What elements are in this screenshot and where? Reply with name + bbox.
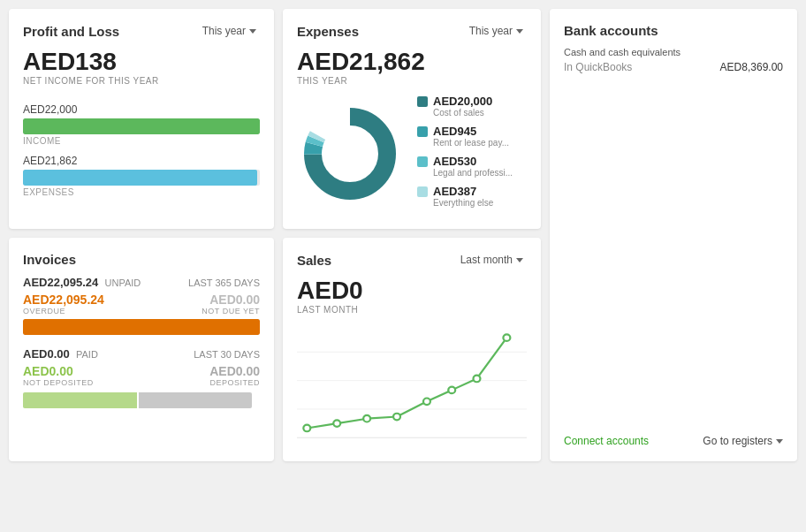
svg-point-16 (503, 334, 510, 341)
expenses-bar-fill (23, 170, 257, 186)
go-to-registers-button[interactable]: Go to registers (703, 435, 783, 447)
deposited-bar (139, 392, 253, 408)
pnl-period-label: This year (202, 25, 246, 37)
legend-text-1: AED20,000 Cost of sales (433, 95, 492, 118)
not-deposited-bar (23, 392, 137, 408)
sales-subtitle: LAST MONTH (297, 305, 527, 315)
expenses-chevron-icon (516, 29, 523, 34)
pnl-period-dropdown[interactable]: This year (199, 23, 260, 39)
bank-footer: Connect accounts Go to registers (564, 329, 783, 447)
invoices-title: Invoices (23, 252, 76, 267)
legend-item-2: AED945 Rent or lease pay... (417, 125, 527, 148)
not-deposited-label: NOT DEPOSITED (23, 378, 94, 387)
legend-text-2: AED945 Rent or lease pay... (433, 125, 509, 148)
deposited-label: DEPOSITED (209, 378, 260, 387)
income-bar-track (23, 118, 260, 134)
legend-dot-3 (417, 156, 428, 167)
income-bar-fill (23, 118, 260, 134)
invoices-paid-days: LAST 30 DAYS (194, 349, 260, 360)
legend-item-3: AED530 Legal and professi... (417, 155, 527, 178)
expenses-subtitle: THIS YEAR (297, 76, 527, 86)
legend-dot-1 (417, 96, 428, 107)
pnl-title: Profit and Loss (23, 24, 119, 39)
svg-point-13 (423, 399, 430, 406)
legend-text-4: AED387 Everything else (433, 185, 493, 208)
overdue-label: OVERDUE (23, 307, 104, 315)
expenses-period-dropdown[interactable]: This year (466, 23, 527, 39)
svg-point-12 (393, 414, 400, 421)
expenses-body: AED20,000 Cost of sales AED945 Rent or l… (297, 95, 527, 215)
register-label: Go to registers (703, 435, 772, 447)
invoices-unpaid-amount: AED22,095.24 UNPAID (23, 276, 141, 289)
invoices-overdue-row: AED22,095.24 OVERDUE AED0.00 NOT DUE YET (23, 293, 260, 315)
expenses-period-label: This year (469, 25, 513, 37)
deposited-bar-split (23, 392, 260, 408)
bank-row: In QuickBooks AED8,369.00 (564, 61, 783, 73)
register-chevron-icon (776, 439, 783, 444)
legend-item-4: AED387 Everything else (417, 185, 527, 208)
invoices-unpaid-row: AED22,095.24 UNPAID LAST 365 DAYS (23, 276, 260, 289)
svg-point-11 (363, 415, 370, 422)
sales-card: Sales Last month AED0 LAST MONTH (283, 238, 541, 461)
expenses-label: EXPENSES (23, 187, 260, 197)
invoices-paid-amount: AED0.00 PAID (23, 347, 98, 361)
bank-name: In QuickBooks (564, 61, 632, 73)
connect-accounts-link[interactable]: Connect accounts (564, 435, 649, 447)
svg-point-14 (448, 387, 455, 394)
pnl-header: Profit and Loss This year (23, 23, 260, 39)
svg-point-10 (333, 420, 340, 427)
invoices-card: Invoices AED22,095.24 UNPAID LAST 365 DA… (9, 238, 274, 461)
bank-amount: AED8,369.00 (720, 61, 783, 73)
bank-header: Bank accounts (564, 23, 783, 38)
notdue-label: NOT DUE YET (202, 307, 260, 315)
svg-point-15 (474, 376, 481, 383)
sales-title: Sales (297, 253, 331, 268)
income-amount: AED22,000 (23, 103, 260, 116)
overdue-bar-fill (23, 319, 260, 335)
not-deposited-amount: AED0.00 (23, 364, 94, 378)
expenses-legend: AED20,000 Cost of sales AED945 Rent or l… (417, 95, 527, 215)
invoices-header: Invoices (23, 252, 260, 267)
income-bar-row: AED22,000 INCOME (23, 103, 260, 146)
svg-point-4 (323, 127, 376, 180)
bank-title: Bank accounts (564, 23, 658, 38)
expenses-bar-row: AED21,862 EXPENSES (23, 155, 260, 197)
pnl-amount: AED138 (23, 48, 260, 76)
legend-text-3: AED530 Legal and professi... (433, 155, 513, 178)
sales-chevron-icon (516, 258, 523, 262)
overdue-amount: AED22,095.24 (23, 293, 104, 307)
expenses-title: Expenses (297, 24, 359, 39)
expenses-bar-amount: AED21,862 (23, 155, 260, 167)
sales-header: Sales Last month (297, 252, 527, 268)
invoices-paid-row: AED0.00 PAID LAST 30 DAYS (23, 347, 260, 361)
legend-item-1: AED20,000 Cost of sales (417, 95, 527, 118)
sales-chart (297, 323, 527, 447)
profit-loss-card: Profit and Loss This year AED138 NET INC… (9, 9, 274, 229)
pnl-chevron-icon (249, 29, 256, 34)
bank-accounts-card: Bank accounts Cash and cash equivalents … (550, 9, 797, 461)
deposited-row: AED0.00 NOT DEPOSITED AED0.00 DEPOSITED (23, 364, 260, 387)
pnl-subtitle: NET INCOME FOR THIS YEAR (23, 76, 260, 86)
bank-section-title: Cash and cash equivalents (564, 47, 783, 57)
deposited-amount: AED0.00 (209, 364, 260, 378)
notdue-amount: AED0.00 (202, 293, 260, 307)
donut-chart (297, 101, 403, 209)
sales-period-label: Last month (460, 254, 513, 266)
sales-amount: AED0 (297, 277, 527, 305)
legend-dot-2 (417, 126, 428, 137)
overdue-bar-track (23, 319, 260, 335)
income-label: INCOME (23, 136, 260, 146)
legend-dot-4 (417, 186, 428, 197)
expenses-bar-track (23, 170, 260, 186)
sales-period-dropdown[interactable]: Last month (457, 252, 527, 268)
expenses-amount: AED21,862 (297, 48, 527, 76)
svg-point-9 (303, 425, 310, 432)
expenses-card: Expenses This year AED21,862 THIS YEAR (283, 9, 541, 229)
invoices-unpaid-days: LAST 365 DAYS (188, 277, 260, 288)
expenses-header: Expenses This year (297, 23, 527, 39)
